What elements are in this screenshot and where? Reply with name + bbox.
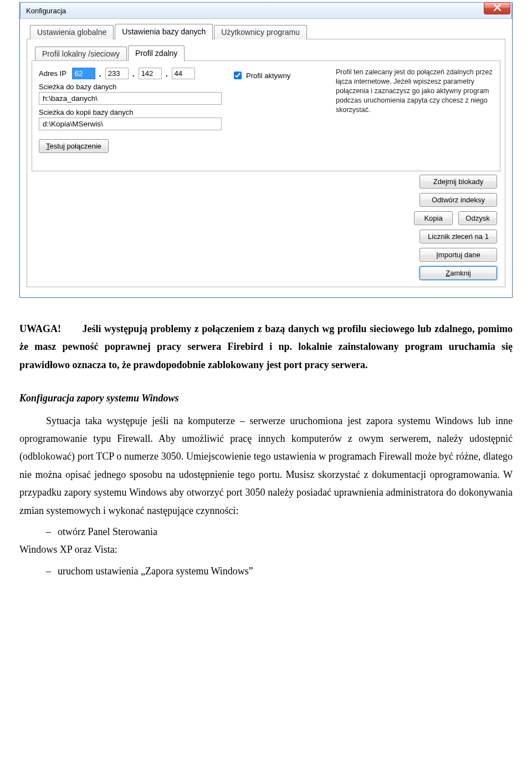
titlebar: Konfiguracja xyxy=(20,2,512,19)
top-tab-strip: Ustawienia globalne Ustawienia bazy dany… xyxy=(30,25,505,39)
rebuild-indexes-button[interactable]: Odtwórz indeksy xyxy=(420,193,497,207)
profile-active-label: Profil aktywny xyxy=(246,72,290,80)
outer-panel: Profil lokalny /sieciowy Profil zdalny A… xyxy=(27,39,505,287)
action-buttons: Zdejmij blokady Odtwórz indeksy Kopia Od… xyxy=(32,175,500,280)
db-copy-input[interactable] xyxy=(39,118,222,130)
ip-row: Adres IP . . . xyxy=(39,68,222,79)
tab-local-profile[interactable]: Profil lokalny /sieciowy xyxy=(35,47,127,61)
tab-global-settings[interactable]: Ustawienia globalne xyxy=(30,25,114,39)
window-close-button[interactable] xyxy=(484,2,510,14)
unlock-button[interactable]: Zdejmij blokady xyxy=(420,175,497,189)
ip-octet-2[interactable] xyxy=(105,68,129,79)
warn-text: Jeśli występują problemy z połączeniem z… xyxy=(19,323,513,370)
help-text: Profil ten zalecany jest do połączeń zda… xyxy=(336,68,493,153)
tab-db-settings[interactable]: Ustawienia bazy danych xyxy=(115,24,213,39)
form-area: Adres IP . . . Scieżka do bazy danych xyxy=(39,68,493,153)
section-body: Sytuacja taka występuje jeśli na kompute… xyxy=(19,412,513,520)
recover-button[interactable]: Odzysk xyxy=(458,211,497,225)
os-line: Windows XP oraz Vista: xyxy=(19,541,513,558)
window-title: Konfiguracja xyxy=(26,7,66,15)
tab-users[interactable]: Użytkownicy programu xyxy=(214,25,307,39)
section-heading: Konfiguracja zapory systemu Windows xyxy=(19,389,513,407)
tab-remote-profile[interactable]: Profil zdalny xyxy=(128,45,185,61)
profile-active-checkbox[interactable] xyxy=(234,72,242,79)
order-counter-button[interactable]: Licznik zleceń na 1 xyxy=(420,230,497,243)
list-item: otwórz Panel Sterowania xyxy=(46,523,513,541)
db-copy-label: Scieżka do kopii bazy danych xyxy=(39,108,222,116)
document-text: UWAGA! Jeśli występują problemy z połącz… xyxy=(19,320,513,580)
import-data-button[interactable]: Importuj dane xyxy=(420,248,497,262)
test-connection-button[interactable]: Testuj połączenie xyxy=(39,139,109,153)
ip-dot: . xyxy=(165,69,168,78)
ip-octet-4[interactable] xyxy=(172,68,195,79)
sub-tab-strip: Profil lokalny /sieciowy Profil zdalny xyxy=(35,47,500,61)
inner-panel: Adres IP . . . Scieżka do bazy danych xyxy=(32,60,500,171)
profile-active-row: Profil aktywny xyxy=(232,70,326,81)
config-window: Konfiguracja Ustawienia globalne Ustawie… xyxy=(19,2,513,298)
ip-dot: . xyxy=(132,69,135,78)
ip-octet-3[interactable] xyxy=(139,68,162,79)
ip-dot: . xyxy=(99,69,102,78)
close-icon xyxy=(494,4,501,13)
window-body: Ustawienia globalne Ustawienia bazy dany… xyxy=(20,19,512,297)
close-button[interactable]: Zamknij xyxy=(420,266,497,280)
list-item: uruchom ustawienia „Zapora systemu Windo… xyxy=(46,562,513,580)
ip-octet-1[interactable] xyxy=(72,68,95,79)
warn-label: UWAGA! xyxy=(19,323,61,334)
db-path-input[interactable] xyxy=(39,92,222,105)
db-path-label: Scieżka do bazy danych xyxy=(39,83,222,91)
copy-button[interactable]: Kopia xyxy=(414,211,453,225)
ip-label: Adres IP xyxy=(39,69,66,78)
